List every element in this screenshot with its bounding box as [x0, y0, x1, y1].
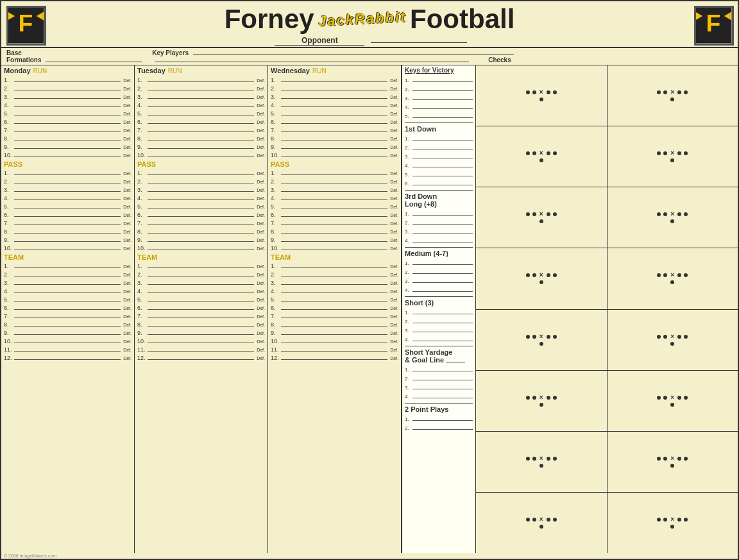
play-blank: [148, 126, 254, 132]
key-blank: [412, 317, 473, 323]
dot: [677, 273, 681, 277]
play-blank: [148, 320, 254, 327]
key-blank: [412, 259, 473, 265]
short-yardage-title: Short Yardage& Goal Line: [405, 348, 473, 364]
dots-6-2: ×: [657, 395, 688, 407]
play-blank: [281, 76, 387, 82]
keys-for-victory: Keys for Victory 1.2.3.4.5.: [405, 67, 473, 123]
key-line: 2.: [405, 85, 473, 92]
play-num: 8.: [271, 228, 280, 235]
dots-4-2: ×: [657, 273, 688, 284]
dot: [657, 518, 661, 522]
key-num: 1.: [405, 310, 411, 316]
dot-x: ×: [539, 334, 544, 339]
def-label: Def.: [390, 246, 398, 251]
play-line: 6.Def.: [137, 210, 265, 218]
dots-4-1: ×: [526, 273, 557, 284]
medium-title: Medium (4-7): [405, 250, 473, 257]
play-line: 7.Def.: [271, 126, 398, 133]
key-blank: [412, 103, 473, 109]
def-label: Def.: [257, 103, 265, 108]
key-line: 5.: [405, 112, 473, 119]
play-line: 4.Def.: [137, 287, 265, 294]
play-blank: [281, 210, 387, 217]
short-title: Short (3): [405, 299, 473, 307]
key-line: 1.: [405, 365, 473, 373]
play-line: 8.Def.: [137, 320, 265, 328]
play-num: 4.: [271, 102, 280, 108]
play-blank: [281, 202, 387, 208]
short-section: Short (3) 1.2.3.4.: [405, 299, 473, 346]
play-num: 4.: [4, 288, 13, 294]
keys-col: Keys for Victory 1.2.3.4.5. 1st Down 1.2…: [402, 65, 476, 553]
play-line: 5.Def.: [4, 202, 132, 210]
wednesday-header: Wednesday RUN: [271, 67, 398, 74]
dot: [526, 335, 530, 339]
dot: [677, 212, 681, 216]
play-line: 10.Def.: [4, 244, 132, 251]
def-label: Def.: [390, 95, 398, 99]
play-num: 9.: [4, 330, 13, 336]
play-num: 5.: [137, 203, 146, 210]
def-label: Def.: [257, 188, 265, 192]
play-line: 8.Def.: [137, 227, 265, 235]
dots-2-1: ×: [526, 151, 557, 162]
dot: [657, 151, 661, 155]
play-num: 6.: [271, 305, 280, 311]
play-blank: [148, 219, 254, 225]
wednesday-label: Wednesday: [271, 67, 310, 74]
def-label: Def.: [123, 78, 132, 83]
key-num: 4.: [405, 163, 411, 169]
formation-cell-1-2: ×: [607, 65, 738, 126]
play-num: 4.: [271, 195, 280, 201]
dot: [547, 518, 550, 522]
key-num: 1.: [405, 416, 411, 422]
formation-cell-7-1: ×: [476, 432, 607, 492]
play-num: 10.: [137, 245, 146, 251]
play-blank: [281, 219, 387, 225]
play-line: 7.Def.: [137, 219, 265, 226]
key-line: 3.: [405, 326, 473, 334]
formation-cell-8-1: ×: [476, 493, 607, 553]
dot: [526, 518, 530, 522]
formation-row-8: ×: [476, 493, 738, 553]
play-num: 3.: [137, 187, 146, 193]
play-num: 8.: [4, 228, 13, 235]
dot: [657, 90, 661, 94]
play-blank: [281, 194, 387, 200]
play-blank: [281, 134, 387, 140]
play-line: 10.Def.: [271, 244, 398, 251]
key-line: 2.: [405, 317, 473, 325]
play-blank: [281, 177, 387, 183]
monday-col: Monday RUN 1.Def.2.Def.3.Def.4.Def.5.Def…: [1, 65, 135, 553]
key-line: 2.: [405, 374, 473, 382]
def-label: Def.: [257, 281, 265, 285]
key-num: 1.: [405, 78, 411, 83]
def-label: Def.: [257, 273, 265, 277]
dot: [670, 219, 674, 223]
play-line: 1.Def.: [137, 262, 265, 269]
play-line: 5.Def.: [271, 202, 398, 210]
key-blank: [412, 161, 473, 167]
key-blank: [412, 285, 473, 292]
key-num: 1.: [405, 211, 411, 217]
medium-lines: 1.2.3.4.: [405, 259, 473, 293]
wednesday-col: Wednesday RUN 1.Def.2.Def.3.Def.4.Def.5.…: [268, 65, 401, 553]
key-blank: [412, 374, 473, 380]
dot: [684, 335, 688, 339]
twopoint-lines: 1.2.: [405, 414, 473, 431]
def-label: Def.: [123, 306, 132, 310]
play-line: 8.Def.: [271, 227, 398, 235]
medium-section: Medium (4-7) 1.2.3.4.: [405, 250, 473, 297]
dot: [547, 90, 550, 94]
tuesday-run-plays: 1.Def.2.Def.3.Def.4.Def.5.Def.6.Def.7.De…: [137, 76, 265, 158]
def-label: Def.: [257, 221, 265, 226]
dots-7-2: ×: [657, 456, 688, 468]
play-line: 7.Def.: [271, 312, 398, 319]
def-label: Def.: [123, 213, 132, 217]
play-line: 6.Def.: [4, 303, 132, 311]
formation-row-2: ×: [476, 126, 738, 187]
def-label: Def.: [123, 281, 132, 285]
dot: [532, 335, 536, 339]
play-num: 3.: [4, 94, 13, 100]
